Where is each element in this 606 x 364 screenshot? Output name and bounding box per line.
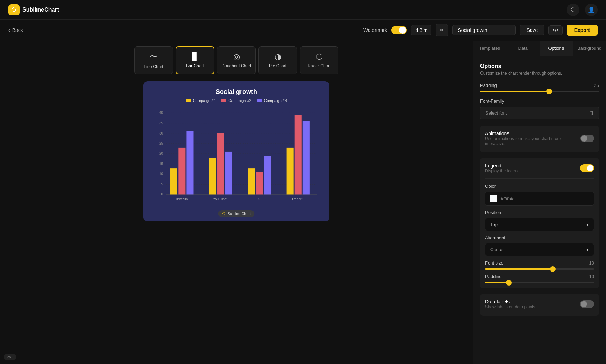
legend-padding-slider[interactable] (485, 282, 594, 283)
chart-watermark: ⏱ SublimeChart (218, 210, 255, 217)
chart-type-radar-label: Radar Chart (308, 63, 330, 68)
aspect-ratio-select[interactable]: 4:3 ▾ (411, 25, 431, 35)
font-select-chevron-icon: ⇅ (590, 110, 594, 116)
export-button[interactable]: Export (567, 25, 598, 36)
data-labels-subtitle: Show labels on data points. (485, 304, 537, 309)
chart-type-bar-label: Bar Chart (186, 63, 204, 68)
bar-youtube-c3 (225, 152, 232, 195)
legend-item-1: Campaign #1 (186, 98, 216, 103)
animations-option: Animations Use animations to make your c… (480, 126, 599, 152)
pie-chart-icon: ◑ (275, 52, 281, 61)
options-panel-body: Options Customize the chart render throu… (473, 56, 606, 323)
back-button[interactable]: ‹ Back (8, 27, 23, 33)
options-section-subtitle: Customize the chart render through optio… (480, 71, 599, 76)
tab-background[interactable]: Background (573, 41, 606, 56)
padding-label-row: Padding 25 (480, 83, 599, 88)
line-chart-icon: 〜 (150, 51, 157, 62)
legend-color-1 (186, 99, 191, 102)
user-menu-button[interactable]: 👤 (585, 4, 598, 16)
legend-padding-fill (485, 282, 509, 283)
x-label-youtube: YouTube (213, 197, 227, 201)
legend-color-row[interactable]: #f8fafc (485, 192, 594, 206)
svg-text:10: 10 (159, 172, 163, 176)
legend-toggle[interactable] (580, 164, 594, 172)
legend-color-2 (221, 99, 226, 102)
save-button[interactable]: Save (520, 25, 544, 35)
bar-x-c2 (256, 172, 263, 194)
data-labels-title: Data labels (485, 299, 537, 304)
font-family-placeholder: Select font (485, 110, 507, 116)
bar-youtube-c2 (217, 133, 224, 195)
watermark-toggle[interactable] (391, 26, 407, 34)
legend-title: Legend (485, 163, 520, 169)
brand: ⏱ SublimeChart (8, 4, 59, 15)
bar-reddit-c1 (287, 148, 294, 195)
font-family-select[interactable]: Select font ⇅ (480, 107, 599, 119)
svg-text:30: 30 (159, 131, 163, 135)
chart-type-bar: 〜 Line Chart ▊ Bar Chart ◎ Doughnut Char… (134, 46, 338, 74)
chart-type-bar[interactable]: ▊ Bar Chart (176, 46, 214, 74)
code-button[interactable]: </> (548, 25, 562, 35)
bar-chart-icon: ▊ (192, 52, 198, 61)
chart-title-input[interactable] (452, 25, 516, 35)
legend-header: Legend Display the legend (485, 163, 594, 173)
options-section-title: Options (480, 63, 599, 69)
legend-color-3 (257, 99, 262, 102)
bar-reddit-c2 (295, 115, 302, 195)
animations-header: Animations Use animations to make your c… (485, 131, 594, 146)
animations-text: Animations Use animations to make your c… (485, 131, 580, 146)
padding-slider-fill (480, 91, 549, 92)
legend-alignment-select[interactable]: Center ▾ (485, 243, 594, 256)
chart-legend: Campaign #1 Campaign #2 Campaign #3 (152, 98, 321, 103)
padding-slider-thumb[interactable] (546, 89, 552, 94)
chart-type-pie[interactable]: ◑ Pie Chart (258, 46, 297, 74)
chart-display-title: Social growth (152, 88, 321, 96)
animations-toggle[interactable] (580, 135, 594, 142)
legend-label-1: Campaign #1 (193, 98, 216, 103)
padding-slider-track[interactable] (480, 91, 599, 92)
bar-linkedin-c2 (178, 148, 185, 195)
bar-x-c3 (264, 156, 271, 194)
legend-fontsize-label: Font size (485, 260, 504, 266)
legend-position-select[interactable]: Top ▾ (485, 218, 594, 231)
legend-text: Legend Display the legend (485, 163, 520, 173)
chart-type-radar[interactable]: ⬡ Radar Chart (300, 46, 338, 74)
data-labels-text: Data labels Show labels on data points. (485, 299, 537, 309)
legend-color-label: Color (485, 184, 594, 189)
svg-text:35: 35 (159, 121, 163, 125)
bar-linkedin-c1 (170, 168, 177, 194)
legend-fontsize-label-row: Font size 10 (485, 260, 594, 266)
back-arrow-icon: ‹ (8, 27, 10, 33)
legend-fontsize-thumb[interactable] (550, 266, 556, 272)
svg-text:40: 40 (159, 111, 163, 115)
legend-subtitle: Display the legend (485, 169, 520, 173)
watermark-label: Watermark (363, 27, 387, 33)
main-layout: 〜 Line Chart ▊ Bar Chart ◎ Doughnut Char… (0, 41, 606, 364)
legend-alignment-label: Alignment (485, 235, 594, 240)
chart-type-doughnut[interactable]: ◎ Doughnut Chart (217, 46, 256, 74)
chart-svg-area: 0 5 10 15 20 25 30 35 (152, 106, 321, 208)
padding-option: Padding 25 (480, 83, 599, 92)
bar-chart-svg: 0 5 10 15 20 25 30 35 (152, 106, 321, 208)
radar-chart-icon: ⬡ (316, 52, 323, 61)
chevron-down-icon: ▾ (424, 27, 427, 33)
app-logo-icon: ⏱ (8, 4, 20, 15)
legend-color-hex: #f8fafc (501, 196, 514, 201)
legend-option: Legend Display the legend Color #f8fafc … (480, 158, 599, 288)
data-labels-toggle[interactable] (580, 300, 594, 308)
legend-position-label: Position (485, 210, 594, 215)
right-panel: Templates Data Options Background Option… (473, 41, 606, 364)
topnav-actions: ☾ 👤 (567, 4, 598, 16)
svg-text:20: 20 (159, 152, 163, 156)
legend-padding-thumb[interactable] (506, 280, 512, 286)
theme-toggle-button[interactable]: ☾ (567, 4, 579, 16)
x-label-linkedin: LinkedIn (174, 197, 188, 201)
chart-type-line[interactable]: 〜 Line Chart (134, 46, 173, 74)
bar-x-c1 (248, 168, 255, 194)
svg-text:15: 15 (159, 162, 163, 166)
edit-title-icon-button[interactable]: ✏ (436, 24, 448, 36)
tab-data[interactable]: Data (506, 41, 540, 56)
legend-fontsize-slider[interactable] (485, 268, 594, 270)
tab-options[interactable]: Options (540, 41, 573, 56)
tab-templates[interactable]: Templates (473, 41, 506, 56)
